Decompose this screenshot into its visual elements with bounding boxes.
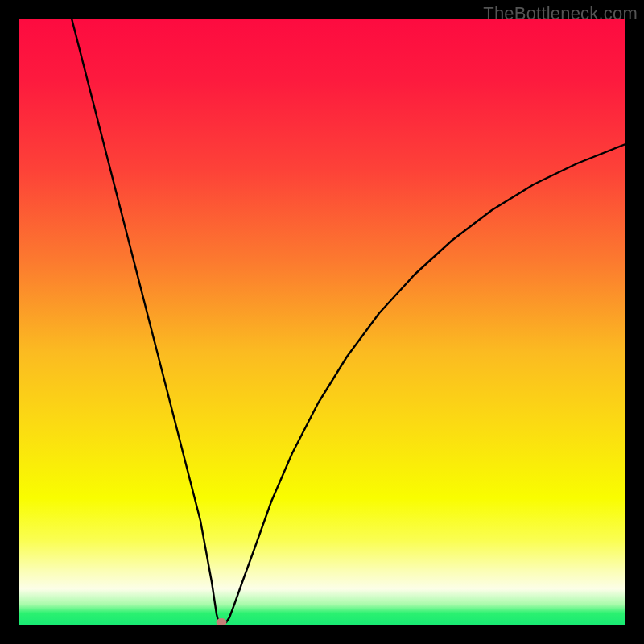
plot-area: [19, 19, 625, 625]
bottleneck-curve: [19, 19, 625, 625]
optimal-point-marker: [217, 618, 227, 625]
chart-viewport: TheBottleneck.com: [0, 0, 644, 644]
